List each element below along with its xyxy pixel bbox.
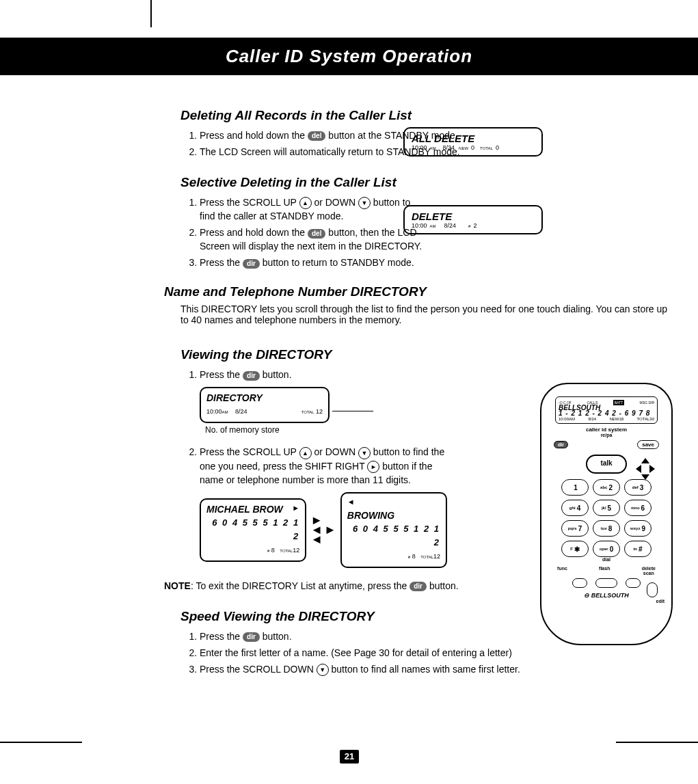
- text: Press and hold down the: [200, 130, 305, 141]
- phone-edit-label: edit: [656, 599, 665, 604]
- phone-key: ghi4: [561, 500, 589, 516]
- lcd-name: BROWING: [347, 509, 440, 522]
- phone-key: F✱: [561, 541, 589, 557]
- phone-mid-buttons: dir save: [541, 437, 671, 452]
- dir-button-icon: dir: [243, 259, 260, 269]
- phone-led-icon: [647, 582, 658, 597]
- step-1: Press and hold down the del button at th…: [200, 127, 632, 144]
- phone-save-button: save: [637, 440, 659, 449]
- text: or DOWN: [314, 446, 355, 457]
- phone-row: 10:00AM 8/24 NEW18 TOTAL30: [559, 416, 654, 422]
- text: button.: [263, 631, 292, 642]
- page-number: 21: [340, 750, 359, 763]
- phone-oval-icon: [595, 578, 617, 588]
- phone-dpad: [632, 458, 659, 480]
- dir-button-icon: dir: [243, 371, 260, 381]
- left-arrow-icon: ◄: [310, 535, 336, 544]
- phone-oval-icon: [572, 578, 587, 588]
- dpad-left-icon: [632, 465, 641, 473]
- del-button-icon: del: [308, 131, 325, 141]
- step-3: Press the SCROLL DOWN ▼ button to find a…: [200, 661, 632, 677]
- text: button to find all names with same first…: [332, 664, 520, 675]
- phone-subtitle: caller id system: [541, 427, 671, 433]
- hash: #: [267, 549, 269, 553]
- lcd-number: 6 0 4 5 5 5 1 2 1 2: [347, 522, 440, 550]
- scroll-down-icon: ▼: [317, 664, 329, 676]
- scroll-up-icon: ▲: [299, 447, 312, 459]
- ap: AM: [569, 417, 575, 421]
- lcd-name: MICHAEL BROW: [206, 502, 299, 516]
- phone-key: tuv8: [593, 520, 620, 537]
- text: Press the SCROLL DOWN: [200, 664, 314, 675]
- dpad-down-icon: [641, 474, 649, 480]
- note-label: NOTE: [164, 580, 191, 591]
- scroll-up-icon: ▲: [299, 197, 312, 209]
- total-lbl: TOTAL: [280, 549, 293, 553]
- phone-oval-icon: [626, 578, 641, 588]
- lcd-name-left: ► MICHAEL BROW 6 0 4 5 5 5 1 2 1 2 # 8 T…: [200, 498, 306, 562]
- phone-key: tn#: [624, 541, 652, 557]
- leader-line: [332, 411, 373, 411]
- lcd-date: 8/24: [235, 408, 247, 415]
- lcd-time: 10:00: [206, 408, 222, 415]
- phone-dir-button: dir: [554, 441, 568, 448]
- title-bar: Caller ID System Operation: [0, 38, 698, 75]
- phone-key: 1: [561, 479, 589, 496]
- lbl-scan: scan: [643, 571, 654, 576]
- text: Press the: [200, 257, 240, 268]
- crop-mark-bottom-right: [616, 742, 698, 743]
- page-title: Caller ID System Operation: [226, 46, 472, 67]
- dpad-right-icon: [649, 465, 659, 473]
- section-deleting-all: Deleting All Records in the Caller List …: [180, 108, 632, 160]
- lcd-name-pair: ► MICHAEL BROW 6 0 4 5 5 5 1 2 1 2 # 8 T…: [200, 492, 447, 568]
- phone-key: def3: [624, 479, 652, 496]
- section-selective-deleting: Selective Deleting in the Caller List Pr…: [180, 175, 632, 271]
- dpad-up-icon: [641, 458, 649, 463]
- lcd-number: 6 0 4 5 5 5 1 2 1 2: [206, 516, 299, 543]
- lcd-total-lbl: TOTAL: [301, 410, 314, 414]
- crop-mark-bottom-left: [0, 742, 82, 743]
- text: Press the: [200, 631, 240, 642]
- step-2: The LCD Screen will automatically return…: [200, 144, 632, 160]
- ind-bat: BATT: [613, 400, 624, 405]
- dir-button-icon: dir: [243, 632, 260, 642]
- steps-deleting-all: Press and hold down the del button at th…: [180, 127, 632, 160]
- phone-key: oper0: [593, 541, 620, 557]
- phone-key: pqrs7: [561, 520, 589, 537]
- phone-dial-label: dial: [541, 557, 671, 562]
- hash: #: [408, 555, 410, 559]
- lbl-flash: flash: [599, 566, 610, 576]
- lcd-row: # 8 TOTAL12: [347, 550, 440, 564]
- phone-keypad: 1abc2def3ghi4jkl5mno6pqrs7tuv8wxyz9F✱ope…: [541, 479, 671, 557]
- heading-viewing-directory: Viewing the DIRECTORY: [180, 347, 447, 362]
- lcd-directory-wrap: DIRECTORY 10:00AM 8/24 TOTAL 12 No. of m…: [200, 387, 447, 437]
- phone-key: jkl5: [593, 500, 620, 516]
- step-3: Press the dir button to return to STANDB…: [200, 254, 425, 271]
- lcd-directory-row: 10:00AM 8/24 TOTAL 12: [206, 405, 323, 419]
- phone-number: 1 - 2 1 2 - 2 4 2 - 6 9 7 8: [559, 411, 654, 416]
- intro-text: This DIRECTORY lets you scroll through t…: [180, 303, 670, 325]
- heading-name-directory: Name and Telephone Number DIRECTORY: [164, 284, 670, 299]
- lcd-ampm: AM: [222, 410, 228, 414]
- lcd-total: 12: [316, 408, 323, 415]
- crop-mark-vertical: [150, 0, 152, 27]
- text: button at the STANDBY mode.: [328, 130, 457, 141]
- lcd-directory: DIRECTORY 10:00AM 8/24 TOTAL 12: [200, 387, 330, 423]
- scroll-down-icon: ▼: [358, 197, 371, 209]
- viewing-left: Viewing the DIRECTORY Press the dir butt…: [180, 335, 447, 569]
- text: Press and hold down the: [200, 227, 305, 238]
- lcd-name-right: ◄ BROWING 6 0 4 5 5 5 1 2 1 2 # 8 TOTAL1…: [340, 492, 447, 568]
- shift-right-icon: ►: [367, 461, 379, 473]
- ind-r: MSG DIR: [640, 400, 654, 405]
- text: The LCD Screen will automatically return…: [200, 146, 460, 157]
- text: Press the: [200, 369, 240, 380]
- phone-illustration: -O.C OF CALLS BATT MSG DIR BELLSOUTH 1 -…: [540, 383, 673, 645]
- heading-selective-deleting: Selective Deleting in the Caller List: [180, 175, 632, 190]
- dir-button-icon: dir: [410, 582, 427, 591]
- nl: NEW: [609, 417, 619, 421]
- lbl-func: func: [557, 566, 567, 576]
- phone-repa-label: re/pa: [541, 433, 671, 437]
- phone-key: wxyz9: [624, 520, 652, 537]
- d: 8/24: [588, 416, 596, 422]
- section-name-directory: Name and Telephone Number DIRECTORY This…: [164, 284, 670, 325]
